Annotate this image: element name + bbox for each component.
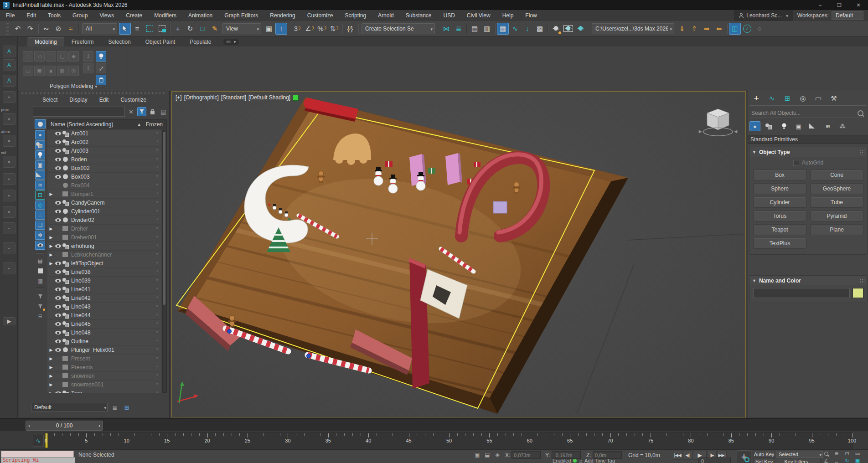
frozen-toggle-icon[interactable]: * — [153, 373, 161, 379]
visibility-eye-icon[interactable] — [55, 201, 61, 205]
modify-mode-icon-1[interactable]: □ — [23, 66, 33, 76]
render-production-icon[interactable] — [574, 23, 586, 35]
visibility-eye-icon[interactable] — [55, 192, 61, 196]
frozen-toggle-icon[interactable]: * — [153, 295, 161, 301]
primitive-button-torus[interactable]: Torus — [753, 211, 806, 221]
frozen-toggle-icon[interactable]: * — [153, 165, 161, 171]
home-icon[interactable]: ⌂ — [579, 458, 582, 463]
reference-coordinate-dropdown[interactable]: View — [222, 23, 261, 34]
align-icon[interactable]: ≣ — [453, 23, 465, 35]
autogrid-checkbox[interactable] — [793, 160, 799, 166]
primitive-button-plane[interactable]: Plane — [810, 224, 863, 235]
user-account-button[interactable]: Leonhard Sc... — [734, 10, 793, 21]
frozen-toggle-icon[interactable]: * — [153, 200, 161, 206]
zoom-region-icon[interactable]: ▭ — [853, 451, 862, 457]
display-bones-icon[interactable]: ◎ — [35, 201, 45, 210]
frozen-toggle-icon[interactable]: * — [153, 278, 161, 283]
selection-filter-dropdown[interactable]: All — [82, 23, 117, 34]
systems-category-icon[interactable]: ⁂ — [837, 121, 848, 131]
polygon-modeling-label[interactable]: Polygon Modeling — [19, 83, 128, 89]
object-row-Line044[interactable]: Line044 * — [47, 311, 161, 320]
object-row-Present[interactable]: ▶ Present * — [47, 355, 161, 363]
object-row-Box003[interactable]: Box003 * — [47, 173, 161, 181]
display-shapes-icon[interactable] — [35, 140, 45, 149]
close-button[interactable]: ✕ — [849, 0, 868, 10]
object-row-Line048[interactable]: Line048 * — [47, 329, 161, 337]
visibility-eye-icon[interactable] — [55, 227, 61, 231]
display-helpers-icon[interactable] — [35, 170, 45, 180]
motion-tab-icon[interactable]: ◎ — [796, 94, 810, 103]
object-type-rollout-header[interactable]: ▼Object Type — [749, 147, 867, 157]
menu-create[interactable]: Create — [120, 10, 148, 21]
select-and-scale-icon[interactable]: □ — [196, 23, 208, 35]
object-row-Lebkuchenänner[interactable]: ▶ Lebkuchenänner * — [47, 251, 161, 259]
curve-editor-icon[interactable]: ∿ — [509, 23, 521, 35]
object-row-Line043[interactable]: Line043 * — [47, 303, 161, 311]
visibility-eye-icon[interactable] — [55, 262, 61, 265]
track-bar-ruler[interactable]: 0510152025303540455055606570758085909510… — [46, 432, 852, 448]
menu-modifiers[interactable]: Modifiers — [148, 10, 182, 21]
maximize-button[interactable]: ❐ — [830, 0, 849, 10]
menu-usd[interactable]: USD — [438, 10, 461, 21]
menu-graph-editors[interactable]: Graph Editors — [218, 10, 264, 21]
collect-basket-icon[interactable]: ⌸ — [35, 312, 45, 321]
sync-selection-icon[interactable]: ⊞ — [122, 403, 131, 412]
object-row-Line038[interactable]: Line038 * — [47, 268, 161, 277]
frozen-toggle-icon[interactable]: * — [153, 139, 161, 145]
add-time-tag[interactable]: Add Time Tag — [584, 458, 615, 463]
visibility-eye-icon[interactable] — [55, 305, 61, 309]
panel-grip[interactable] — [21, 92, 167, 94]
dots-tool-icon[interactable]: ▫ — [3, 242, 16, 254]
key-filters-button[interactable]: Key Filters... — [776, 458, 821, 463]
selection-lock-icon[interactable]: ⬓ — [483, 451, 491, 458]
menu-animation[interactable]: Animation — [182, 10, 218, 21]
spinner-snap-icon[interactable]: ⇅ʔ — [328, 23, 340, 35]
cameras-category-icon[interactable]: ▣ — [793, 121, 804, 131]
arnold-spiral-icon[interactable]: ◌ — [754, 23, 765, 35]
object-row-Dreher001[interactable]: ▶ Dreher001 * — [47, 233, 161, 242]
object-row-Bumper1[interactable]: ▶ Bumper1 * — [47, 190, 161, 199]
go-to-start-icon[interactable]: |◀◀ — [673, 451, 682, 460]
modify-mode-icon-3[interactable]: ■ — [46, 66, 56, 76]
sort-list-icon[interactable]: ▤ — [35, 256, 45, 265]
text-pane-icon[interactable]: A — [3, 75, 16, 87]
frozen-toggle-icon[interactable]: * — [153, 226, 161, 232]
object-row-CandyCanem[interactable]: CandyCanem * — [47, 199, 161, 207]
shapes-category-icon[interactable] — [764, 121, 775, 131]
ribbon-tab-selection[interactable]: Selection — [101, 37, 138, 46]
display-cameras-icon[interactable]: ▣ — [35, 160, 45, 170]
layer-view-icon[interactable]: ▤ — [159, 107, 168, 116]
object-row-Arc002[interactable]: Arc002 * — [47, 138, 161, 147]
frozen-toggle-icon[interactable]: * — [153, 157, 161, 162]
previous-frame-arrow[interactable]: ‹ — [28, 422, 30, 429]
select-and-move-icon[interactable]: ＋ — [172, 23, 184, 35]
visibility-eye-icon[interactable] — [55, 244, 61, 248]
marquee-tool-icon[interactable]: ▫ — [3, 262, 16, 274]
visibility-eye-icon[interactable] — [55, 158, 61, 161]
visibility-eye-icon[interactable] — [55, 218, 61, 222]
next-frame-arrow[interactable]: › — [98, 422, 100, 429]
unlink-selection-icon[interactable]: ⊘ — [52, 23, 64, 35]
layer-state-icon[interactable]: ≣ — [110, 403, 119, 412]
visibility-eye-icon[interactable] — [55, 296, 61, 300]
frozen-toggle-icon[interactable]: * — [153, 365, 161, 370]
zoom-icon[interactable] — [822, 451, 831, 457]
maximize-viewport-icon[interactable]: ▣ — [853, 458, 862, 463]
paint-tool-icon[interactable]: ▫ — [3, 173, 16, 185]
visibility-eye-icon[interactable] — [55, 322, 61, 326]
geometry-category-icon[interactable]: ● — [749, 121, 760, 131]
object-row-Outline[interactable]: Outline * — [47, 337, 161, 346]
search-all-objects-field[interactable]: Search All Objects... — [749, 108, 864, 118]
frozen-toggle-icon[interactable]: * — [153, 183, 161, 188]
isolate-selection-icon[interactable]: ▣ — [473, 451, 481, 458]
undo-icon[interactable]: ↶ — [12, 23, 24, 35]
pan-icon[interactable]: ↔ — [832, 458, 841, 463]
object-row-snowmen[interactable]: ▶ snowmen * — [47, 372, 161, 381]
project-folder-dropdown[interactable]: C:\Users\ozel...\3ds Max 2026 — [592, 23, 674, 34]
set-key-button[interactable]: Set Key — [753, 458, 775, 463]
object-row-Cylinder001[interactable]: Cylinder001 * — [47, 207, 161, 216]
ribbon-overflow-button[interactable] — [223, 39, 239, 45]
frozen-toggle-icon[interactable]: * — [153, 252, 161, 257]
menu-help[interactable]: Help — [496, 10, 520, 21]
export-icon[interactable]: ⇑ — [688, 23, 700, 35]
